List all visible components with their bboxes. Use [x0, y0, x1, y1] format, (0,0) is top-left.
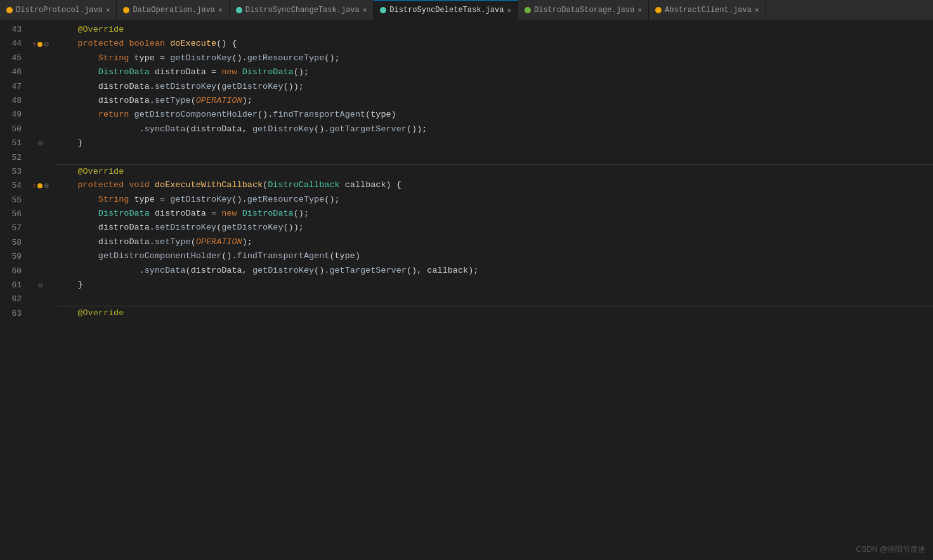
gutter-row-44: ↑⊖ [32, 37, 49, 51]
gutter-row-47 [32, 80, 49, 94]
tab-label-distro-sync-change: DistroSyncChangeTask.java [245, 6, 360, 15]
tab-label-abstract-client: AbstractClient.java [665, 6, 752, 15]
gutter-row-54: ↑⊖ [32, 179, 49, 193]
line-number-54: 54 [0, 179, 27, 193]
line-number-49: 49 [0, 108, 27, 122]
line-number-57: 57 [0, 221, 27, 235]
code-line-50: .syncData(distroData, getDistroKey().get… [57, 122, 933, 136]
tab-label-data-operation: DataOperation.java [133, 6, 215, 15]
line-number-60: 60 [0, 264, 27, 278]
tab-close-distro-data-storage[interactable]: ✕ [637, 6, 642, 14]
gutter-row-52 [32, 151, 49, 165]
gutter-row-48 [32, 94, 49, 108]
code-line-60: .syncData(distroData, getDistroKey().get… [57, 264, 933, 278]
line-numbers: 4344454647484950515253545556575859606162… [0, 20, 32, 560]
fold-icon[interactable]: ⊖ [44, 181, 49, 191]
code-line-47: distroData.setDistroKey(getDistroKey()); [57, 80, 933, 94]
code-line-58: distroData.setType(OPERATION); [57, 235, 933, 249]
gutter-row-63 [32, 307, 49, 321]
up-arrow-icon: ↑ [32, 41, 37, 48]
tab-distro-sync-change[interactable]: DistroSyncChangeTask.java ✕ [230, 0, 374, 20]
tab-label-distro-sync-delete: DistroSyncDeleteTask.java [389, 6, 504, 15]
tab-label-distro-protocol: DistroProtocol.java [16, 6, 103, 15]
line-number-43: 43 [0, 23, 27, 37]
gutter: ↑⊖⊖↑⊖⊖ [32, 20, 49, 560]
code-line-59: getDistroComponentHolder().findTransport… [57, 249, 933, 263]
line-number-44: 44 [0, 37, 27, 51]
gutter-row-51: ⊖ [32, 136, 49, 150]
tab-icon-distro-protocol [6, 7, 13, 13]
code-line-46: DistroData distroData = new DistroData()… [57, 65, 933, 79]
tab-icon-distro-sync-change [236, 7, 242, 13]
gutter-row-60 [32, 264, 49, 278]
code-line-56: DistroData distroData = new DistroData()… [57, 207, 933, 221]
gutter-row-59 [32, 250, 49, 264]
line-number-58: 58 [0, 236, 27, 250]
code-line-53: @Override [57, 164, 933, 178]
line-number-45: 45 [0, 51, 27, 65]
tab-distro-protocol[interactable]: DistroProtocol.java ✕ [0, 0, 117, 20]
gutter-row-57 [32, 221, 49, 235]
tab-icon-distro-sync-delete [380, 7, 386, 13]
tab-close-distro-sync-change[interactable]: ✕ [363, 6, 367, 14]
watermark: CSDN @渔阳节度使 [856, 544, 925, 555]
code-line-49: return getDistroComponentHolder().findTr… [57, 108, 933, 122]
tab-icon-distro-data-storage [525, 7, 531, 13]
tab-icon-data-operation [123, 7, 129, 13]
code-line-43: @Override [57, 23, 933, 37]
method-indicator-icon [37, 183, 42, 188]
line-number-53: 53 [0, 165, 27, 179]
tab-close-data-operation[interactable]: ✕ [218, 6, 223, 14]
tab-distro-sync-delete[interactable]: DistroSyncDeleteTask.java ✕ [374, 0, 518, 20]
tab-distro-data-storage[interactable]: DistroDataStorage.java ✕ [518, 0, 649, 20]
code-line-61: } [57, 278, 933, 292]
code-content[interactable]: @Override protected boolean doExecute() … [49, 20, 933, 560]
tab-data-operation[interactable]: DataOperation.java ✕ [117, 0, 229, 20]
gutter-row-55 [32, 193, 49, 207]
line-number-51: 51 [0, 136, 27, 150]
line-number-56: 56 [0, 207, 27, 221]
code-line-63: @Override [57, 306, 933, 320]
gutter-row-53 [32, 165, 49, 179]
fold-icon[interactable]: ⊖ [38, 138, 43, 148]
fold-icon[interactable]: ⊖ [44, 39, 49, 49]
line-number-59: 59 [0, 250, 27, 264]
fold-icon[interactable]: ⊖ [38, 280, 43, 290]
code-line-52 [57, 151, 933, 165]
gutter-row-58 [32, 236, 49, 250]
gutter-row-62 [32, 292, 49, 306]
line-number-46: 46 [0, 65, 27, 79]
gutter-row-49 [32, 108, 49, 122]
gutter-row-50 [32, 122, 49, 136]
gutter-row-61: ⊖ [32, 278, 49, 292]
tab-close-distro-sync-delete[interactable]: ✕ [507, 6, 511, 15]
tab-close-distro-protocol[interactable]: ✕ [106, 6, 110, 14]
tab-bar: DistroProtocol.java ✕ DataOperation.java… [0, 0, 933, 20]
code-line-55: String type = getDistroKey().getResource… [57, 193, 933, 207]
gutter-row-45 [32, 51, 49, 65]
code-line-51: } [57, 136, 933, 150]
code-line-57: distroData.setDistroKey(getDistroKey()); [57, 221, 933, 235]
code-line-62 [57, 292, 933, 306]
gutter-row-46 [32, 65, 49, 79]
line-number-50: 50 [0, 122, 27, 136]
line-number-61: 61 [0, 278, 27, 292]
gutter-row-43 [32, 23, 49, 37]
code-line-44: protected boolean doExecute() { [57, 37, 933, 51]
line-number-55: 55 [0, 193, 27, 207]
code-line-54: protected void doExecuteWithCallback(Dis… [57, 178, 933, 192]
code-line-45: String type = getDistroKey().getResource… [57, 51, 933, 65]
tab-abstract-client[interactable]: AbstractClient.java ✕ [649, 0, 766, 20]
line-number-62: 62 [0, 292, 27, 306]
line-number-48: 48 [0, 94, 27, 108]
tab-label-distro-data-storage: DistroDataStorage.java [534, 6, 634, 15]
code-line-48: distroData.setType(OPERATION); [57, 94, 933, 108]
line-number-52: 52 [0, 151, 27, 165]
code-area: 4344454647484950515253545556575859606162… [0, 20, 933, 560]
line-number-47: 47 [0, 80, 27, 94]
line-number-63: 63 [0, 307, 27, 321]
tab-icon-abstract-client [655, 7, 662, 13]
method-indicator-icon [37, 42, 42, 47]
tab-close-abstract-client[interactable]: ✕ [755, 6, 759, 14]
gutter-row-56 [32, 207, 49, 221]
